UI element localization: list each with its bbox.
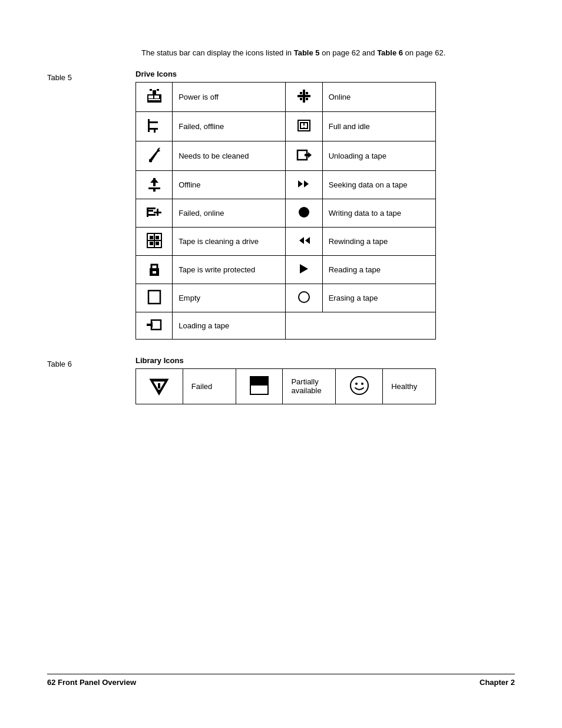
icon-writing xyxy=(286,199,322,227)
svg-rect-1 xyxy=(148,95,153,98)
svg-point-56 xyxy=(361,383,363,385)
svg-point-47 xyxy=(299,292,309,302)
svg-rect-12 xyxy=(306,98,308,100)
svg-rect-40 xyxy=(156,242,159,245)
label-loading: Loading a tape xyxy=(173,312,286,339)
svg-rect-8 xyxy=(297,95,310,97)
svg-rect-45 xyxy=(153,271,156,274)
table5-title: Drive Icons xyxy=(135,70,515,78)
icon-reading xyxy=(286,255,322,284)
footer: 62 Front Panel Overview Chapter 2 xyxy=(47,674,515,687)
label-cleaning: Tape is cleaning a drive xyxy=(173,227,286,255)
empty-cell xyxy=(286,312,436,339)
svg-rect-53 xyxy=(250,377,268,386)
label-full-idle: Full and idle xyxy=(322,111,435,141)
label-write-protect: Tape is write protected xyxy=(173,255,286,284)
icon-lib-healthy xyxy=(336,368,383,404)
label-power-off: Power is off xyxy=(173,82,286,111)
svg-point-35 xyxy=(299,207,309,218)
table-row: Tape is cleaning a drive Rewinding a tap… xyxy=(136,227,436,255)
label-writing: Writing data to a tape xyxy=(322,199,435,227)
icon-online xyxy=(286,82,322,111)
svg-rect-48 xyxy=(151,320,161,330)
table-row: Offline Seeking data on a tape xyxy=(136,170,436,199)
svg-rect-30 xyxy=(148,207,156,209)
icon-cleaning xyxy=(136,227,173,255)
svg-rect-28 xyxy=(153,189,156,192)
icon-loading xyxy=(136,312,173,339)
table-row: Failed, online Writing data to a tape xyxy=(136,199,436,227)
icon-failed-online xyxy=(136,199,173,227)
label-seeking: Seeking data on a tape xyxy=(322,170,435,199)
table-row: Failed Partially available xyxy=(136,368,436,404)
label-unload: Unloading a tape xyxy=(322,141,435,170)
label-lib-partial: Partially available xyxy=(283,368,336,404)
label-failed-offline: Failed, offline xyxy=(173,111,286,141)
svg-rect-4 xyxy=(153,90,156,94)
icon-rewinding xyxy=(286,227,322,255)
icon-offline xyxy=(136,170,173,199)
label-empty: Empty xyxy=(173,284,286,312)
svg-rect-29 xyxy=(147,207,148,217)
svg-rect-10 xyxy=(306,92,308,94)
label-online: Online xyxy=(322,82,435,111)
svg-rect-32 xyxy=(148,210,153,212)
label-rewinding: Rewinding a tape xyxy=(322,227,435,255)
icon-seeking xyxy=(286,170,322,199)
footer-right: Chapter 2 xyxy=(480,678,515,687)
icon-needs-clean xyxy=(136,141,173,170)
table6-title: Library Icons xyxy=(135,356,515,365)
icon-erasing xyxy=(286,284,322,312)
footer-left: 62 Front Panel Overview xyxy=(47,678,136,687)
table6-label: Table 6 xyxy=(47,356,135,368)
icon-lib-failed xyxy=(136,368,183,404)
table-row: Empty Erasing a tape xyxy=(136,284,436,312)
icon-lib-partial xyxy=(236,368,283,404)
svg-rect-6 xyxy=(157,89,159,91)
label-needs-clean: Needs to be cleaned xyxy=(173,141,286,170)
svg-rect-3 xyxy=(148,99,160,100)
icon-unload xyxy=(286,141,322,170)
svg-point-54 xyxy=(351,377,368,394)
table6-section: Table 6 Library Icons Fai xyxy=(47,356,515,404)
svg-rect-39 xyxy=(150,242,153,245)
svg-rect-42 xyxy=(154,233,155,248)
icon-failed-offline xyxy=(136,111,173,141)
svg-rect-14 xyxy=(150,121,158,123)
label-erasing: Erasing a tape xyxy=(322,284,435,312)
drive-icons-table: Power is off Online xyxy=(135,82,436,340)
library-icons-table: Failed Partially available xyxy=(135,368,436,404)
svg-rect-2 xyxy=(154,95,159,98)
label-reading: Reading a tape xyxy=(322,255,435,284)
svg-rect-51 xyxy=(158,390,160,392)
label-lib-failed: Failed xyxy=(183,368,236,404)
icon-power-off xyxy=(136,82,173,111)
svg-rect-13 xyxy=(148,119,150,132)
svg-rect-46 xyxy=(148,291,160,304)
svg-rect-27 xyxy=(148,187,160,189)
label-lib-healthy: Healthy xyxy=(383,368,436,404)
svg-rect-11 xyxy=(300,98,302,100)
svg-point-55 xyxy=(355,383,358,385)
table-row: Needs to be cleaned Unloading a tape xyxy=(136,141,436,170)
table-row: Tape is write protected Reading a tape xyxy=(136,255,436,284)
table-row: Failed, offline Full and idle xyxy=(136,111,436,141)
table5-section: Table 5 Drive Icons xyxy=(47,70,515,340)
svg-rect-50 xyxy=(158,383,160,388)
svg-rect-34 xyxy=(154,212,161,213)
table5-label: Table 5 xyxy=(47,70,135,82)
svg-rect-23 xyxy=(149,159,152,162)
icon-empty xyxy=(136,284,173,312)
svg-rect-44 xyxy=(151,265,157,270)
svg-rect-22 xyxy=(302,126,306,127)
table-row: Power is off Online xyxy=(136,82,436,111)
table-row: Loading a tape xyxy=(136,312,436,339)
intro-text: The status bar can display the icons lis… xyxy=(141,47,515,59)
icon-full-idle xyxy=(286,111,322,141)
svg-rect-9 xyxy=(300,92,302,94)
label-failed-online: Failed, online xyxy=(173,199,286,227)
svg-rect-16 xyxy=(154,130,156,133)
svg-rect-5 xyxy=(150,89,152,91)
label-offline: Offline xyxy=(173,170,286,199)
svg-rect-37 xyxy=(150,236,153,239)
